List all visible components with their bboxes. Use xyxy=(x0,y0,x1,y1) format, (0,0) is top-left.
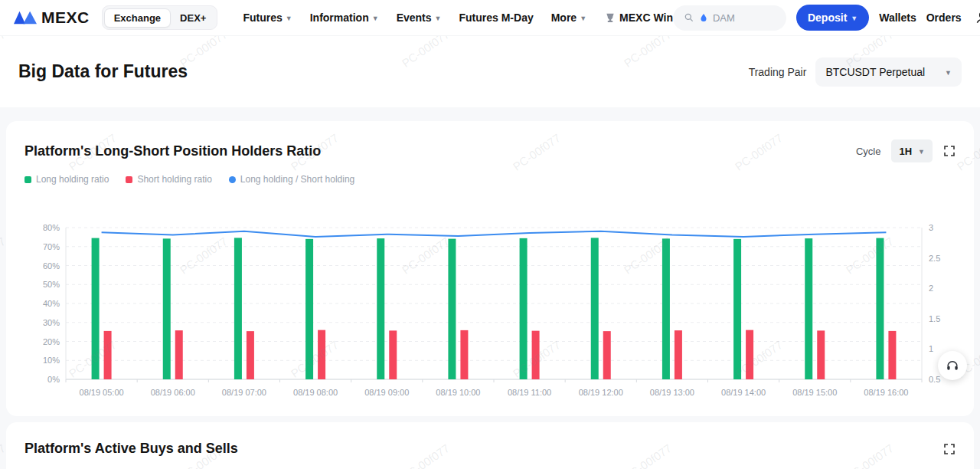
page-title: Big Data for Futures xyxy=(18,61,188,82)
bar-short xyxy=(460,330,468,379)
cycle-label: Cycle xyxy=(856,146,881,157)
chevron-down-icon: ▼ xyxy=(851,15,858,22)
chart-svg: 0%10%20%30%40%50%60%70%80%0.511.522.5308… xyxy=(24,217,956,402)
main-nav: Futures▼ Information▼ Events▼ Futures M-… xyxy=(225,11,673,24)
position-ratio-chart[interactable]: 0%10%20%30%40%50%60%70%80%0.511.522.5308… xyxy=(24,217,956,402)
svg-text:08/19 07:00: 08/19 07:00 xyxy=(222,388,266,397)
bar-long xyxy=(448,239,456,379)
trading-pair-wrap: Trading Pair BTCUSDT Perpetual ▼ xyxy=(749,57,962,87)
bar-long xyxy=(591,238,599,379)
mexc-logo-text: MEXC xyxy=(41,8,90,27)
svg-text:08/19 10:00: 08/19 10:00 xyxy=(436,388,480,397)
svg-text:2: 2 xyxy=(929,284,933,293)
svg-text:08/19 08:00: 08/19 08:00 xyxy=(293,388,338,397)
chevron-down-icon: ▼ xyxy=(372,15,379,22)
svg-text:08/19 16:00: 08/19 16:00 xyxy=(864,388,908,397)
legend-label: Long holding ratio xyxy=(36,174,109,185)
nav-more[interactable]: More▼ xyxy=(551,11,586,24)
bar-short xyxy=(746,330,753,379)
tab-exchange[interactable]: Exchange xyxy=(104,8,171,28)
legend-label: Long holding / Short holding xyxy=(240,174,354,185)
svg-text:10%: 10% xyxy=(43,356,60,365)
bar-long xyxy=(876,238,884,379)
bar-long xyxy=(662,238,670,379)
legend-swatch xyxy=(24,176,31,183)
svg-text:80%: 80% xyxy=(43,223,60,232)
svg-text:20%: 20% xyxy=(43,337,60,346)
active-buys-sells-card: Platform's Active Buys and Sells Active … xyxy=(6,422,974,469)
bar-short xyxy=(532,331,540,379)
position-ratio-legend: Long holding ratioShort holding ratioLon… xyxy=(24,174,956,185)
bar-short xyxy=(389,330,397,379)
svg-text:3: 3 xyxy=(929,223,933,232)
trading-pair-label: Trading Pair xyxy=(749,66,807,78)
bar-long xyxy=(377,238,384,379)
svg-text:40%: 40% xyxy=(43,299,60,308)
navbar-right: DAM Deposit▼ Wallets Orders xyxy=(673,5,980,31)
headphones-icon xyxy=(946,359,959,372)
position-ratio-tools: Cycle 1H ▼ xyxy=(856,139,956,162)
fullscreen-icon[interactable] xyxy=(943,443,956,455)
chevron-down-icon: ▼ xyxy=(435,15,442,22)
mexc-logo[interactable]: MEXC xyxy=(14,8,90,27)
search-value: DAM xyxy=(713,12,735,24)
bar-short xyxy=(888,331,896,379)
bar-long xyxy=(520,238,528,379)
legend-item[interactable]: Long holding / Short holding xyxy=(229,174,354,185)
svg-text:30%: 30% xyxy=(43,318,60,327)
bar-short xyxy=(318,330,325,379)
bar-short xyxy=(817,330,825,379)
position-ratio-title: Platform's Long-Short Position Holders R… xyxy=(24,143,321,159)
svg-text:1: 1 xyxy=(929,344,933,353)
bar-short xyxy=(104,331,112,379)
bar-short xyxy=(675,330,682,379)
user-account-icon[interactable] xyxy=(972,7,980,28)
svg-text:60%: 60% xyxy=(43,261,60,271)
svg-text:1.5: 1.5 xyxy=(929,314,940,323)
active-buys-sells-tools xyxy=(943,443,956,455)
position-ratio-card-header: Platform's Long-Short Position Holders R… xyxy=(24,139,956,162)
nav-futures[interactable]: Futures▼ xyxy=(243,11,292,24)
legend-item[interactable]: Short holding ratio xyxy=(126,174,211,185)
legend-item[interactable]: Long holding ratio xyxy=(24,174,109,185)
chevron-down-icon: ▼ xyxy=(580,15,586,22)
wallets-link[interactable]: Wallets xyxy=(879,11,916,24)
chevron-down-icon: ▼ xyxy=(945,69,952,77)
cycle-select[interactable]: 1H ▼ xyxy=(891,139,933,162)
ratio-line xyxy=(102,231,887,237)
svg-text:08/19 09:00: 08/19 09:00 xyxy=(364,388,409,397)
bar-long xyxy=(163,238,171,379)
trading-pair-select[interactable]: BTCUSDT Perpetual ▼ xyxy=(815,57,962,87)
deposit-button[interactable]: Deposit▼ xyxy=(796,5,869,31)
page-header: Big Data for Futures Trading Pair BTCUSD… xyxy=(0,36,980,107)
svg-text:50%: 50% xyxy=(43,280,60,289)
search-input[interactable]: DAM xyxy=(673,5,786,31)
nav-events[interactable]: Events▼ xyxy=(397,11,442,24)
tab-dex[interactable]: DEX+ xyxy=(171,9,215,27)
svg-text:08/19 06:00: 08/19 06:00 xyxy=(151,388,195,397)
nav-futures-mday[interactable]: Futures M-Day xyxy=(459,11,533,24)
legend-swatch xyxy=(126,176,132,183)
bar-long xyxy=(92,238,100,379)
orders-link[interactable]: Orders xyxy=(926,11,962,24)
legend-swatch xyxy=(229,176,236,183)
svg-text:0.5: 0.5 xyxy=(929,375,940,384)
nav-mexc-win[interactable]: MEXC Win xyxy=(604,11,673,24)
fullscreen-icon[interactable] xyxy=(943,145,956,157)
svg-text:2.5: 2.5 xyxy=(929,254,940,263)
bar-long xyxy=(805,238,812,379)
top-navbar: MEXC Exchange DEX+ Futures▼ Information▼… xyxy=(0,0,980,36)
bar-long xyxy=(234,238,242,379)
svg-text:0%: 0% xyxy=(47,375,60,384)
bar-short xyxy=(175,330,183,379)
bar-long xyxy=(305,239,313,379)
nav-information[interactable]: Information▼ xyxy=(310,11,379,24)
water-drop-icon xyxy=(699,13,708,22)
chevron-down-icon: ▼ xyxy=(286,15,292,22)
bar-short xyxy=(603,331,611,379)
search-icon xyxy=(684,12,694,23)
customer-support-button[interactable] xyxy=(938,351,967,380)
chevron-down-icon: ▼ xyxy=(918,148,925,156)
svg-text:08/19 11:00: 08/19 11:00 xyxy=(508,388,551,397)
active-buys-sells-title: Platform's Active Buys and Sells xyxy=(24,441,238,457)
